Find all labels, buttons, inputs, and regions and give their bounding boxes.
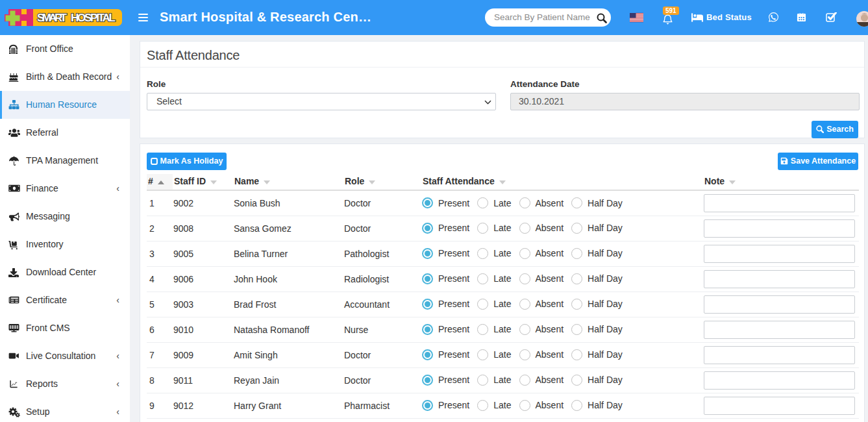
svg-text:SMART: SMART (37, 12, 68, 24)
svg-text:HOSPITAL: HOSPITAL (71, 12, 116, 24)
